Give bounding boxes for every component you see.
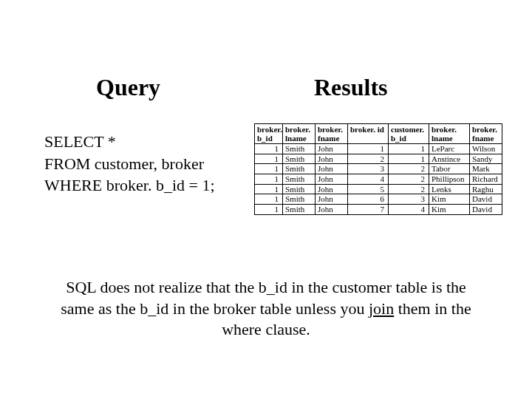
table-row: 1SmithJohn11LeParcWilson	[255, 144, 502, 154]
col-broker-lname-1: broker.lname	[283, 124, 316, 144]
col-broker-fname-2: broker.fname	[470, 124, 502, 144]
heading-query: Query	[30, 74, 255, 101]
heading-results: Results	[255, 74, 388, 101]
table-body: 1SmithJohn11LeParcWilson 1SmithJohn21Ans…	[255, 144, 502, 214]
footer-join-underline: join	[369, 299, 394, 318]
sql-query-block: SELECT * FROM customer, broker WHERE bro…	[30, 123, 254, 197]
table-row: 1SmithJohn52LenksRaghu	[255, 184, 502, 194]
query-line-2: FROM customer, broker	[44, 153, 254, 175]
footer-text-3: them in the	[394, 299, 471, 318]
col-broker-id: broker. id	[348, 124, 389, 144]
results-block: broker.b_id broker.lname broker.fname br…	[254, 123, 502, 215]
col-customer-b_id: customer.b_id	[389, 124, 429, 144]
table-row: 1SmithJohn21AnstinceSandy	[255, 154, 502, 164]
col-broker-lname-2: broker.lname	[429, 124, 470, 144]
footer-text-4: where clause.	[222, 320, 310, 338]
footer-text-2: same as the b_id in the broker table unl…	[61, 299, 369, 318]
table-row: 1SmithJohn42PhillipsonRichard	[255, 174, 502, 185]
slide-content: Query Results SELECT * FROM customer, br…	[0, 0, 532, 215]
results-table: broker.b_id broker.lname broker.fname br…	[254, 123, 502, 215]
columns: SELECT * FROM customer, broker WHERE bro…	[30, 123, 502, 215]
table-row: 1SmithJohn63KimDavid	[255, 194, 502, 205]
col-broker-b_id: broker.b_id	[255, 124, 283, 144]
query-line-1: SELECT *	[44, 131, 254, 153]
table-row: 1SmithJohn32TaborMark	[255, 164, 502, 174]
col-broker-fname-1: broker.fname	[316, 124, 348, 144]
footer-text-1: SQL does not realize that the b_id in th…	[66, 278, 466, 296]
table-row: 1SmithJohn74KimDavid	[255, 205, 502, 215]
query-line-3: WHERE broker. b_id = 1;	[44, 174, 254, 197]
headings-row: Query Results	[30, 74, 502, 101]
table-header-row: broker.b_id broker.lname broker.fname br…	[255, 124, 502, 144]
footer-note: SQL does not realize that the b_id in th…	[44, 277, 488, 341]
